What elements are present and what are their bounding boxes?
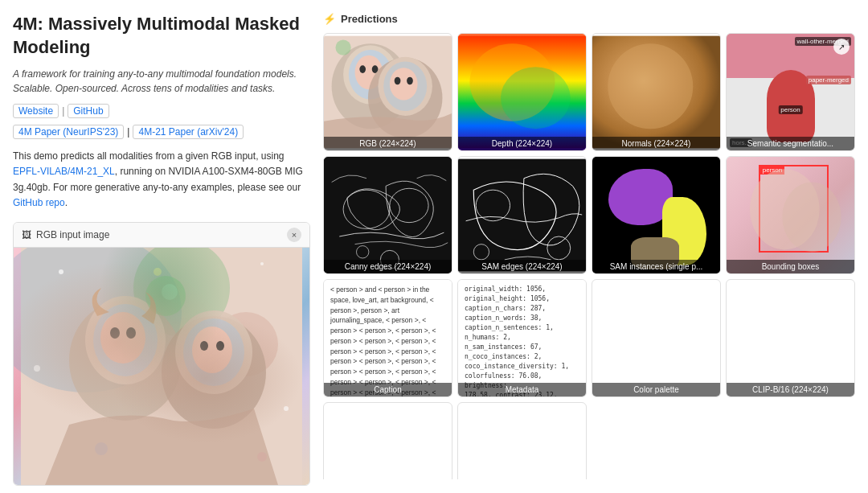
- svg-point-23: [257, 452, 267, 462]
- svg-point-38: [407, 77, 413, 85]
- caption-content: < person > and < person > in the space, …: [324, 280, 452, 396]
- page-wrapper: 4M: Massively Multimodal Masked Modeling…: [0, 0, 868, 493]
- metadata-content: original_width: 1056, original_height: 1…: [458, 280, 586, 396]
- clip-label: CLIP-B/16 (224×224): [727, 383, 854, 396]
- close-button[interactable]: ×: [287, 228, 301, 242]
- links-row-1: Website | GitHub: [13, 104, 310, 118]
- grid-item-tokenmap1[interactable]: Token map: [323, 402, 452, 479]
- depth-label: Depth (224×224): [458, 137, 586, 150]
- canny-label: Canny edges (224×224): [324, 260, 452, 273]
- page-description: A framework for training any-to-any mult…: [13, 67, 310, 96]
- metadata-label: Metadata: [458, 383, 586, 396]
- grid-item-bboxes[interactable]: person Bounding boxes: [726, 156, 855, 274]
- sem-person-label: person: [778, 105, 802, 114]
- sam-instances-label: SAM instances (single p...: [592, 260, 720, 273]
- predictions-icon: ⚡: [323, 13, 336, 25]
- svg-point-39: [335, 39, 350, 55]
- clip-canvas: [727, 280, 854, 396]
- grid-item-clip[interactable]: CLIP-B/16 (224×224): [726, 279, 855, 397]
- svg-point-2: [133, 248, 230, 336]
- svg-point-13: [183, 318, 244, 386]
- rgb-canvas: [324, 34, 452, 150]
- svg-point-17: [59, 269, 63, 274]
- share-button[interactable]: ↗: [833, 39, 850, 55]
- svg-point-8: [100, 312, 145, 364]
- grid-item-sam-edges[interactable]: SAM edges (224×224): [457, 156, 587, 274]
- svg-point-37: [395, 77, 401, 85]
- normals-canvas: [592, 34, 720, 150]
- svg-point-36: [390, 68, 418, 100]
- grid-item-canny[interactable]: Canny edges (224×224): [323, 156, 452, 274]
- sam-edges-label: SAM edges (224×224): [458, 260, 586, 273]
- svg-point-9: [110, 327, 120, 339]
- image-icon: 🖼: [22, 229, 31, 240]
- input-image-label: RGB input image: [36, 229, 109, 240]
- svg-point-42: [501, 67, 571, 129]
- grid-item-normals[interactable]: Normals (224×224): [592, 33, 721, 151]
- svg-point-18: [260, 262, 264, 265]
- grid-item-rgb[interactable]: RGB (224×224): [323, 33, 452, 151]
- svg-point-21: [154, 268, 162, 276]
- input-image-header: 🖼 RGB input image ×: [14, 223, 309, 248]
- input-image-svg: [14, 248, 309, 485]
- svg-rect-0: [21, 248, 302, 485]
- svg-point-7: [104, 316, 123, 340]
- bboxes-label: Bounding boxes: [727, 260, 854, 273]
- sam-instances-canvas: [592, 157, 720, 273]
- svg-point-10: [126, 327, 136, 339]
- svg-point-3: [214, 312, 278, 376]
- input-image-body: [14, 248, 309, 485]
- palette-canvas: [592, 280, 720, 396]
- svg-point-22: [95, 442, 108, 455]
- metadata-text: original_width: 1056, original_height: 1…: [465, 285, 579, 396]
- svg-point-1: [14, 248, 182, 392]
- grid-item-caption[interactable]: < person > and < person > in the space, …: [323, 279, 452, 397]
- predictions-grid: RGB (224×224): [323, 33, 855, 479]
- normals-label: Normals (224×224): [592, 137, 720, 150]
- grid-item-metadata[interactable]: original_width: 1056, original_height: 1…: [457, 279, 587, 397]
- tokenmap2-canvas: [458, 403, 586, 479]
- grid-item-tokenmap2[interactable]: Token map 2: [457, 402, 587, 479]
- tokenmap1-canvas: [324, 403, 452, 479]
- svg-point-31: [359, 65, 366, 73]
- github-repo-link[interactable]: GitHub repo: [13, 197, 65, 208]
- svg-point-14: [192, 327, 232, 373]
- model-link[interactable]: EPFL-VILAB/4M-21_XL: [13, 166, 115, 177]
- rgb-label: RGB (224×224): [324, 137, 452, 150]
- svg-point-44: [608, 43, 693, 129]
- sam-edges-canvas: [458, 157, 586, 273]
- svg-point-19: [34, 365, 40, 372]
- grid-item-semantic[interactable]: wall-other-merged paper-merged person ho…: [726, 33, 855, 151]
- svg-point-4: [69, 300, 182, 421]
- page-title: 4M: Massively Multimodal Masked Modeling: [13, 13, 310, 59]
- github-link[interactable]: GitHub: [68, 104, 108, 118]
- left-panel: 4M: Massively Multimodal Masked Modeling…: [13, 13, 310, 486]
- predictions-header: ⚡ Predictions: [323, 13, 855, 25]
- color-palette-label: Color palette: [592, 383, 720, 396]
- svg-point-55: [782, 183, 841, 253]
- canny-canvas: [324, 157, 452, 273]
- caption-label: Caption: [324, 383, 452, 396]
- neurips-paper-link[interactable]: 4M Paper (NeurIPS'23): [13, 125, 124, 139]
- body-text: This demo predicts all modalities from a…: [13, 149, 310, 211]
- grid-item-depth[interactable]: Depth (224×224): [457, 33, 587, 151]
- depth-canvas: [458, 34, 586, 150]
- sem-paper-label: paper-merged: [806, 76, 851, 84]
- svg-point-24: [145, 276, 186, 316]
- grid-item-color-palette[interactable]: Color palette: [592, 279, 721, 397]
- predictions-label: Predictions: [341, 13, 398, 25]
- arxiv-paper-link[interactable]: 4M-21 Paper (arXiv'24): [133, 125, 244, 139]
- right-panel[interactable]: ⚡ Predictions: [323, 13, 855, 479]
- svg-point-5: [85, 296, 166, 384]
- website-link[interactable]: Website: [13, 104, 59, 118]
- svg-point-11: [162, 316, 266, 429]
- semantic-label: Semantic segmentatio...: [727, 137, 854, 150]
- caption-text: < person > and < person > in the space, …: [330, 285, 445, 396]
- semantic-canvas: wall-other-merged paper-merged person ho…: [727, 34, 854, 150]
- grid-item-sam-instances[interactable]: SAM instances (single p...: [592, 156, 721, 274]
- svg-point-12: [175, 310, 252, 394]
- input-image-container: 🖼 RGB input image ×: [13, 222, 310, 486]
- links-row-2: 4M Paper (NeurIPS'23) | 4M-21 Paper (arX…: [13, 125, 310, 139]
- link-separator-2: |: [127, 126, 129, 138]
- svg-point-25: [162, 284, 178, 300]
